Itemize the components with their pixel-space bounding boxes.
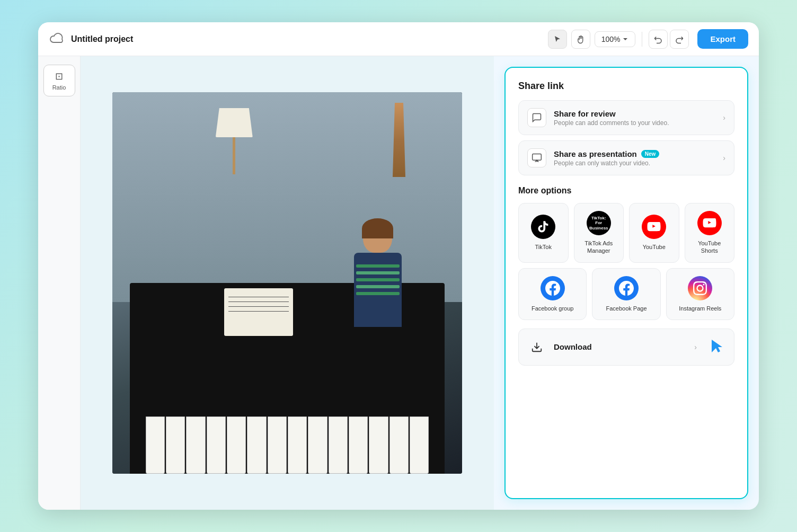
app-container: Untitled project 100% — [38, 22, 759, 510]
instagram-label: Instagram Reels — [679, 305, 721, 312]
facebook-page-icon — [614, 276, 639, 300]
platforms-row2: Facebook group Facebook Page — [518, 268, 734, 320]
zoom-value: 100% — [601, 35, 621, 43]
share-presentation-text: Share as presentation New People can onl… — [554, 149, 715, 167]
share-presentation-option[interactable]: Share as presentation New People can onl… — [518, 140, 734, 175]
tiktok-ads-icon: TikTok:ForBusiness — [587, 211, 611, 235]
piano-scene — [112, 92, 462, 474]
svg-rect-0 — [533, 154, 542, 161]
share-presentation-desc: People can only watch your video. — [554, 159, 715, 167]
instagram-icon — [688, 276, 712, 300]
header-left: Untitled project — [49, 31, 539, 48]
download-label: Download — [554, 342, 687, 351]
share-presentation-title: Share as presentation New — [554, 149, 715, 158]
share-review-chevron: › — [723, 113, 725, 122]
hand-tool-button[interactable] — [571, 30, 590, 49]
platform-tiktok[interactable]: TikTok — [518, 203, 569, 263]
platform-facebook-page[interactable]: Facebook Page — [592, 268, 660, 320]
platform-youtube-shorts[interactable]: YouTube Shorts — [685, 203, 735, 263]
select-tool-button[interactable] — [548, 30, 567, 49]
youtube-shorts-icon — [697, 211, 722, 235]
sidebar-item-ratio-label: Ratio — [52, 84, 66, 91]
right-panel: Share link Share for review People can a… — [504, 67, 748, 499]
new-badge: New — [641, 150, 660, 158]
platform-youtube[interactable]: YouTube — [629, 203, 679, 263]
facebook-group-icon — [541, 276, 565, 300]
more-options-title: More options — [518, 186, 734, 196]
ratio-icon: ⊡ — [55, 70, 63, 82]
lamp — [210, 108, 258, 188]
share-presentation-icon — [527, 148, 546, 167]
header-right: Export — [697, 29, 748, 49]
cursor-indicator — [709, 338, 725, 357]
project-title: Untitled project — [71, 34, 133, 44]
platform-facebook-group[interactable]: Facebook group — [518, 268, 587, 320]
cloud-icon — [49, 31, 66, 48]
piano-keys — [146, 416, 429, 474]
svg-marker-1 — [712, 340, 722, 352]
tiktok-ads-label: TikTok Ads Manager — [579, 240, 619, 255]
main-area: ⊡ Ratio — [38, 56, 759, 510]
platforms-row1: TikTok TikTok:ForBusiness TikTok Ads Man… — [518, 203, 734, 263]
export-button[interactable]: Export — [697, 29, 748, 49]
download-chevron: › — [694, 343, 697, 351]
share-review-icon — [527, 108, 546, 127]
tiktok-label: TikTok — [535, 243, 552, 251]
share-for-review-option[interactable]: Share for review People can add comments… — [518, 100, 734, 135]
canvas-image — [112, 92, 462, 474]
share-presentation-chevron: › — [723, 154, 725, 162]
platform-tiktok-ads[interactable]: TikTok:ForBusiness TikTok Ads Manager — [574, 203, 624, 263]
youtube-shorts-label: YouTube Shorts — [689, 240, 730, 255]
canvas-area — [81, 56, 494, 510]
tiktok-icon — [531, 215, 555, 239]
facebook-page-label: Facebook Page — [606, 305, 647, 312]
undo-button[interactable] — [649, 30, 668, 49]
download-option[interactable]: Download › — [518, 329, 734, 366]
sidebar: ⊡ Ratio — [38, 56, 81, 510]
download-icon — [527, 338, 546, 357]
redo-button[interactable] — [670, 30, 689, 49]
youtube-label: YouTube — [643, 243, 666, 251]
header: Untitled project 100% — [38, 22, 759, 56]
undo-redo-group — [649, 30, 689, 49]
share-review-desc: People can add comments to your video. — [554, 119, 715, 127]
person — [335, 218, 420, 367]
header-center: 100% — [548, 30, 689, 49]
youtube-icon — [642, 215, 666, 239]
platform-instagram[interactable]: Instagram Reels — [666, 268, 734, 320]
sidebar-item-ratio[interactable]: ⊡ Ratio — [43, 65, 75, 96]
zoom-control[interactable]: 100% — [595, 31, 636, 47]
header-divider — [642, 32, 642, 47]
share-link-title: Share link — [518, 81, 734, 92]
share-review-title: Share for review — [554, 109, 715, 118]
share-review-text: Share for review People can add comments… — [554, 109, 715, 127]
facebook-group-label: Facebook group — [532, 305, 574, 312]
